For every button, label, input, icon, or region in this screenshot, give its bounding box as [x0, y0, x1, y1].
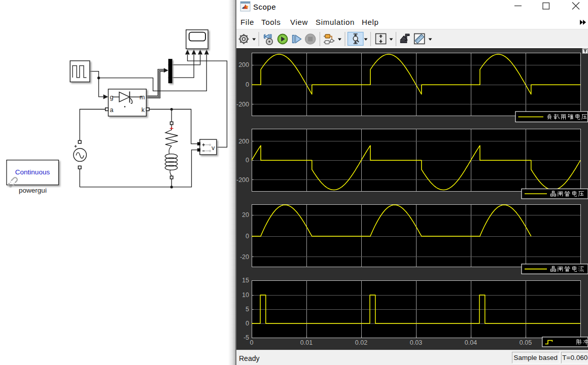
svg-text:k: k: [142, 106, 145, 114]
svg-text:0.04: 0.04: [465, 339, 477, 346]
svg-text:-200: -200: [236, 176, 249, 184]
svg-text:0.05: 0.05: [520, 339, 532, 346]
svg-text:-20: -20: [240, 253, 249, 261]
svg-text:0: 0: [246, 157, 249, 164]
svg-text:-200: -200: [236, 101, 249, 108]
svg-text:0: 0: [246, 81, 249, 88]
svg-text:15: 15: [242, 277, 249, 284]
svg-text:0.02: 0.02: [355, 339, 367, 346]
svg-text:Continuous: Continuous: [15, 168, 50, 176]
svg-text:v: v: [212, 144, 215, 152]
svg-text:0: 0: [250, 339, 254, 346]
svg-text:200: 200: [238, 61, 249, 68]
svg-text:0.03: 0.03: [410, 339, 422, 346]
svg-text:0.01: 0.01: [300, 339, 313, 346]
svg-text:0: 0: [246, 233, 249, 240]
svg-text:a: a: [110, 106, 114, 114]
svg-text:10: 10: [242, 291, 249, 299]
svg-text:20: 20: [242, 211, 249, 218]
svg-text:5: 5: [246, 306, 249, 313]
svg-text:powergui: powergui: [19, 187, 47, 194]
svg-text:200: 200: [238, 138, 249, 145]
svg-text:0: 0: [246, 320, 249, 327]
svg-text:m: m: [140, 94, 145, 101]
svg-text:-5: -5: [244, 334, 249, 341]
svg-text:g: g: [110, 94, 114, 101]
